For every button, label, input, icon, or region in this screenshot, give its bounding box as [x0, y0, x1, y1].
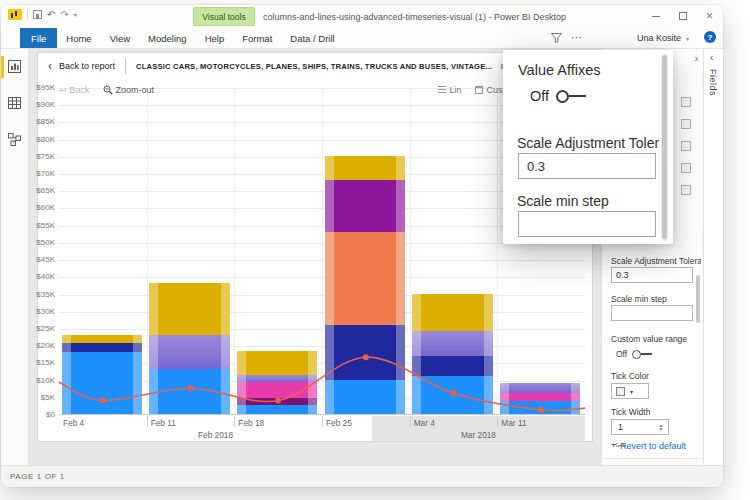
window-title: columns-and-lines-using-advanced-timeser… [263, 12, 566, 22]
visual-hover-toolbar: ⋯ [551, 31, 583, 44]
visual-type-icon[interactable] [681, 97, 691, 107]
y-axis-tick-label: $65K [36, 187, 55, 195]
x-axis-tick [410, 416, 411, 427]
magnifier-icon [103, 85, 113, 95]
menu-home[interactable]: Home [57, 28, 100, 48]
menu-help[interactable]: Help [196, 28, 234, 48]
divider [602, 458, 703, 459]
pane-scrollbar[interactable] [696, 275, 700, 323]
chart-back-label: Back [70, 85, 90, 95]
trend-line-marker[interactable] [188, 385, 194, 391]
scale-min-step-input[interactable] [518, 211, 656, 237]
zoom-out-label: Zoom-out [116, 85, 155, 95]
trend-line-marker[interactable] [100, 398, 106, 404]
active-view-indicator [1, 56, 4, 78]
x-axis-tick [322, 416, 323, 427]
chevron-left-icon: ‹ [48, 59, 52, 73]
x-axis-tick-label: Feb 25 [326, 418, 352, 428]
linear-mode-button[interactable]: Lin [438, 85, 461, 95]
visual-type-icon[interactable] [681, 119, 691, 129]
back-arrow-icon: ↩ [59, 85, 67, 95]
menu-file[interactable]: File [20, 28, 57, 48]
close-button[interactable]: × [706, 10, 713, 22]
trend-line-marker[interactable] [275, 398, 281, 404]
collapse-pane-icon[interactable]: › [695, 53, 698, 64]
revert-to-default-link[interactable]: Revert to default [620, 441, 686, 451]
y-axis-tick-label: $45K [36, 256, 55, 264]
maximize-button[interactable] [679, 12, 687, 20]
redo-icon[interactable]: ↷ [60, 10, 68, 20]
trend-line-marker[interactable] [451, 390, 457, 396]
quick-access-dropdown-icon[interactable]: ▾ [74, 11, 77, 18]
scale-tolerance-label: Scale Adjustment Toleran... [611, 256, 701, 266]
scale-min-step-input[interactable] [611, 305, 693, 321]
x-axis-tick-label: Feb 4 [63, 418, 84, 428]
calendar-icon [475, 86, 483, 94]
more-options-icon[interactable]: ⋯ [571, 31, 583, 44]
menu-view[interactable]: View [101, 28, 139, 48]
scale-tolerance-input[interactable] [518, 153, 656, 179]
expand-fields-icon[interactable]: ‹ [710, 52, 713, 63]
color-swatch [616, 387, 625, 396]
spinner-value: 1 [612, 422, 656, 432]
screenshot-stage: ↶ ↷ ▾ Visual tools columns-and-lines-usi… [0, 0, 750, 500]
scale-tolerance-input[interactable] [611, 267, 693, 283]
visual-type-icon[interactable] [681, 163, 691, 173]
x-axis-tick-label: Feb 11 [151, 418, 176, 428]
visual-type-icon[interactable] [681, 141, 691, 151]
y-axis-tick-label: $25K [36, 325, 55, 333]
report-view-icon[interactable] [8, 60, 21, 73]
value-affixes-toggle[interactable]: Off [530, 88, 586, 104]
x-axis-band: Feb 2018Mar 2018Feb 4Feb 11Feb 18Feb 25M… [59, 416, 585, 441]
view-rail [1, 49, 29, 465]
data-view-icon[interactable] [8, 97, 21, 109]
minimize-button[interactable] [652, 16, 660, 17]
y-axis-tick-label: $60K [36, 204, 55, 212]
chart-back-button[interactable]: ↩ Back [59, 85, 90, 95]
undo-icon[interactable]: ↶ [47, 10, 55, 20]
menu-format[interactable]: Format [233, 28, 281, 48]
month-label: Feb 2018 [59, 430, 372, 440]
scale-min-step-label: Scale min step [611, 294, 667, 304]
trend-line-marker[interactable] [363, 354, 369, 360]
visual-type-icon[interactable] [681, 185, 691, 195]
y-axis-tick-label: $50K [36, 239, 55, 247]
popup-scrollbar-track[interactable] [661, 53, 668, 241]
title-bar: ↶ ↷ ▾ Visual tools columns-and-lines-usi… [1, 5, 723, 28]
account-name: Una Kosite [637, 33, 681, 43]
custom-value-range-toggle[interactable]: Off [616, 349, 652, 359]
save-icon[interactable] [33, 10, 42, 19]
y-axis-tick-label: $40K [36, 273, 55, 281]
month-label: Mar 2018 [372, 430, 585, 440]
trend-line-marker[interactable] [538, 407, 544, 413]
model-view-icon[interactable] [8, 133, 21, 146]
x-axis-tick [497, 416, 498, 427]
scale-tolerance-label: Scale Adjustment Toleran... [517, 135, 659, 151]
menu-modeling[interactable]: Modeling [139, 28, 196, 48]
menu-data-drill[interactable]: Data / Drill [281, 28, 343, 48]
help-icon[interactable]: ? [704, 31, 716, 43]
zoom-out-button[interactable]: Zoom-out [103, 85, 155, 95]
account-menu[interactable]: Una Kosite ▾ [637, 33, 689, 43]
quick-access-toolbar: ↶ ↷ ▾ [8, 9, 77, 20]
y-axis-tick-label: $20K [36, 342, 55, 350]
linear-mode-label: Lin [449, 85, 461, 95]
x-axis-tick [147, 416, 148, 427]
page-indicator: PAGE 1 OF 1 [10, 472, 65, 481]
spinner-arrows-icon[interactable]: ▴▾ [656, 423, 668, 431]
divider [27, 10, 28, 20]
tick-width-spinner[interactable]: 1 ▴▾ [611, 419, 669, 435]
y-axis-tick-label: $70K [36, 170, 55, 178]
tick-width-label: Tick Width [611, 407, 650, 417]
popup-scrollbar-thumb[interactable] [662, 55, 667, 239]
chart-toolbar: ↩ Back Zoom-out Lin [59, 82, 510, 97]
tick-color-dropdown[interactable]: ▾ [611, 383, 649, 399]
back-to-report-button[interactable]: Back to report [59, 61, 115, 71]
x-axis-tick-label: Mar 11 [501, 418, 526, 428]
toggle-off-icon [556, 90, 586, 103]
month-band: Mar 2018 [372, 416, 585, 441]
y-axis-labels: $0$5K$10K$15K$20K$25K$30K$35K$40K$45K$50… [38, 88, 57, 415]
y-axis-tick-label: $80K [36, 136, 55, 144]
filter-funnel-icon[interactable] [551, 33, 562, 43]
fields-pane-label[interactable]: Fields [708, 69, 718, 96]
